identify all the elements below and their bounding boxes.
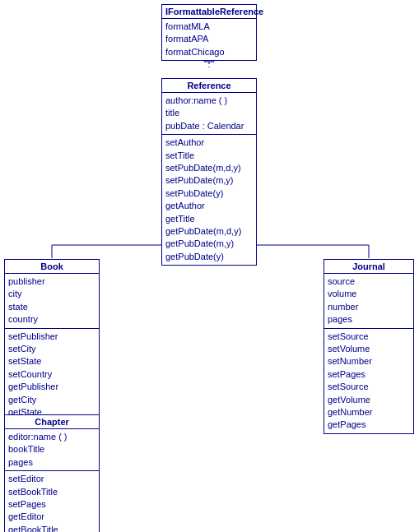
uml-diagram: IFormattableReference formatMLA formatAP… bbox=[0, 0, 419, 532]
book-box: Book publisher city state country setPub… bbox=[4, 259, 100, 434]
iformattable-methods: formatMLA formatAPA formatChicago bbox=[162, 19, 256, 60]
iformattable-box: IFormattableReference formatMLA formatAP… bbox=[161, 4, 257, 61]
chapter-methods: setEditor setBookTitle setPages getEdito… bbox=[5, 471, 99, 532]
chapter-box: Chapter editor:name ( ) bookTitle pages … bbox=[4, 414, 100, 532]
chapter-fields: editor:name ( ) bookTitle pages bbox=[5, 429, 99, 471]
journal-fields: source volume number pages bbox=[324, 274, 413, 329]
reference-fields: author:name ( ) title pubDate : Calendar bbox=[162, 93, 256, 135]
reference-methods: setAuthor setTitle setPubDate(m,d,y) set… bbox=[162, 135, 256, 265]
journal-box: Journal source volume number pages setSo… bbox=[324, 259, 414, 434]
book-header: Book bbox=[5, 260, 99, 274]
iformattable-header: IFormattableReference bbox=[162, 5, 256, 19]
book-fields: publisher city state country bbox=[5, 274, 99, 329]
reference-header: Reference bbox=[162, 79, 256, 93]
journal-methods: setSource setVolume setNumber setPages s… bbox=[324, 329, 413, 433]
journal-header: Journal bbox=[324, 260, 413, 274]
chapter-header: Chapter bbox=[5, 415, 99, 429]
reference-box: Reference author:name ( ) title pubDate … bbox=[161, 78, 257, 266]
